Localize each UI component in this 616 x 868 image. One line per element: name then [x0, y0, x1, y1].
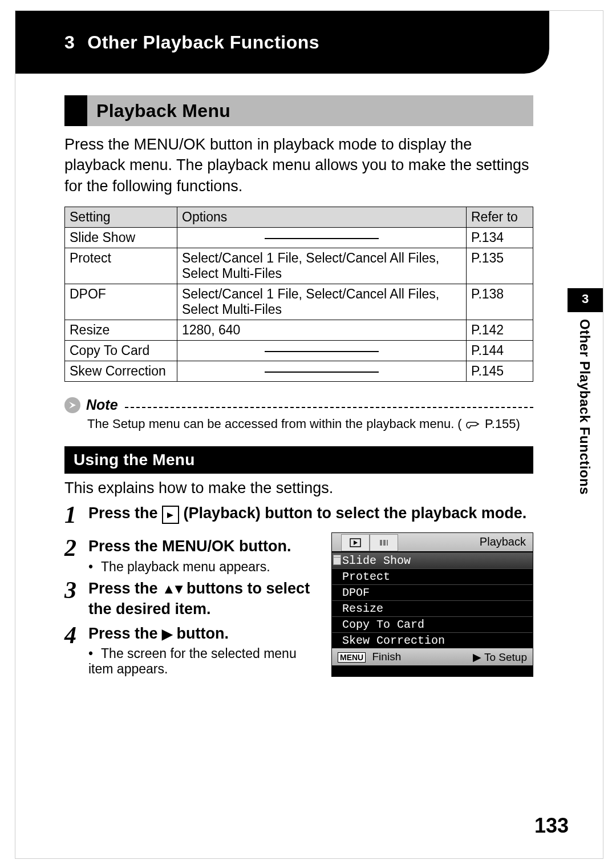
table-header-row: Setting Options Refer to	[65, 207, 533, 228]
note-body: The Setup menu can be accessed from with…	[87, 417, 533, 431]
cell-setting: Copy To Card	[65, 341, 177, 361]
chapter-header: 3 Other Playback Functions	[15, 11, 549, 74]
cell-options	[177, 361, 467, 382]
lcd-menu-item: DPOF	[332, 584, 533, 600]
lcd-item-label: Copy To Card	[342, 618, 424, 631]
step-number: 4	[64, 623, 88, 647]
note-text-pre: The Setup menu can be accessed from with…	[87, 417, 462, 431]
manual-page: 3 Other Playback Functions Playback Menu…	[15, 10, 603, 859]
lcd-item-label: Resize	[342, 602, 383, 615]
note-heading: Note	[64, 397, 533, 413]
step2-sub: The playback menu appears.	[101, 559, 270, 574]
lcd-title: Playback	[480, 535, 526, 548]
steps-and-lcd: 2 Press the MENU/OK button. • The playba…	[64, 532, 533, 677]
step4-sub: The screen for the selected menu item ap…	[88, 646, 297, 676]
lcd-menu-item: Resize	[332, 600, 533, 616]
steps-list: 1 Press the (Playback) button to select …	[64, 503, 533, 677]
chapter-number: 3	[64, 32, 75, 53]
step1-post: (Playback) button to select the playback…	[184, 504, 527, 522]
table-row: Slide Show P.134	[65, 228, 533, 248]
cell-setting: Slide Show	[65, 228, 177, 248]
step-sub: • The screen for the selected menu item …	[88, 646, 317, 677]
step-title: Press the ▶ button.	[88, 623, 317, 644]
side-tab-title: Other Playback Functions	[577, 312, 593, 495]
step-3: 3 Press the ▲▼ buttons to select the des…	[64, 578, 317, 620]
step-title: Press the ▲▼ buttons to select the desir…	[88, 578, 317, 620]
menu-badge-icon: MENU	[338, 652, 366, 663]
lcd-to-setup: ▶ To Setup	[473, 651, 527, 664]
cell-setting: Skew Correction	[65, 361, 177, 382]
lcd-finish-label: Finish	[372, 651, 402, 663]
th-setting: Setting	[65, 207, 177, 228]
step-title: Press the (Playback) button to select th…	[88, 503, 533, 524]
svg-rect-3	[380, 540, 382, 546]
right-arrow-icon: ▶	[473, 651, 484, 663]
cell-refer: P.144	[467, 341, 533, 361]
cell-options	[177, 341, 467, 361]
cell-options: Select/Cancel 1 File, Select/Cancel All …	[177, 284, 467, 320]
steps-left: 2 Press the MENU/OK button. • The playba…	[64, 532, 317, 677]
step-number: 1	[64, 503, 88, 527]
dash-icon	[265, 238, 379, 239]
content-area: Playback Menu Press the MENU/OK button i…	[64, 95, 533, 677]
svg-marker-2	[354, 540, 358, 545]
subsection-heading: Using the Menu	[64, 446, 533, 474]
step-1: 1 Press the (Playback) button to select …	[64, 503, 533, 527]
step4-pre: Press the	[88, 625, 162, 642]
lcd-menu-list: Slide Show Protect DPOF Resize Copy To C…	[332, 551, 533, 648]
table-row: Skew Correction P.145	[65, 361, 533, 382]
lcd-menu-item: Slide Show	[332, 552, 533, 568]
intro-text: Press the MENU/OK button in playback mod…	[64, 134, 533, 196]
settings-table: Setting Options Refer to Slide Show P.13…	[64, 207, 533, 382]
lcd-item-label: Skew Correction	[342, 634, 445, 647]
bullet-icon: •	[88, 646, 93, 661]
right-button-icon: ▶	[162, 626, 172, 641]
cell-refer: P.134	[467, 228, 533, 248]
cell-setting: Resize	[65, 320, 177, 341]
cell-options: 1280, 640	[177, 320, 467, 341]
section-title: Playback Menu	[96, 100, 230, 122]
step-number: 2	[64, 536, 88, 560]
cell-refer: P.138	[467, 284, 533, 320]
lcd-tab-bar: Playback	[332, 533, 533, 551]
lcd-menu-item: Copy To Card	[332, 616, 533, 632]
cell-options	[177, 228, 467, 248]
step-title: Press the MENU/OK button.	[88, 536, 317, 556]
note-block: Note The Setup menu can be accessed from…	[64, 397, 533, 431]
th-options: Options	[177, 207, 467, 228]
side-tab: 3 Other Playback Functions	[568, 288, 603, 585]
svg-rect-4	[383, 540, 386, 546]
dash-icon	[265, 351, 379, 352]
using-intro: This explains how to make the settings.	[64, 479, 533, 497]
note-text-ref: P.155)	[485, 417, 520, 431]
lcd-item-label: DPOF	[342, 586, 370, 599]
heading-block-icon	[64, 95, 87, 126]
th-refer: Refer to	[467, 207, 533, 228]
step3-pre: Press the	[88, 580, 162, 597]
lcd-finish: MENU Finish	[338, 651, 401, 663]
lcd-menu-item: Protect	[332, 568, 533, 584]
step-2: 2 Press the MENU/OK button. • The playba…	[64, 536, 317, 574]
lcd-item-label: Slide Show	[342, 554, 411, 567]
cell-setting: Protect	[65, 248, 177, 284]
dotted-rule-icon	[125, 407, 533, 408]
side-tab-number: 3	[568, 288, 603, 312]
cell-options: Select/Cancel 1 File, Select/Cancel All …	[177, 248, 467, 284]
step1-pre: Press the	[88, 504, 162, 522]
cell-refer: P.135	[467, 248, 533, 284]
cell-refer: P.142	[467, 320, 533, 341]
table-row: Copy To Card P.144	[65, 341, 533, 361]
lcd-tab-setup-icon	[370, 534, 398, 551]
lcd-setup-label: To Setup	[484, 651, 527, 663]
dash-icon	[265, 372, 379, 373]
lcd-bottom-bar: MENU Finish ▶ To Setup	[332, 648, 533, 665]
lcd-item-label: Protect	[342, 570, 390, 583]
step-sub: • The playback menu appears.	[88, 559, 317, 575]
svg-rect-5	[387, 540, 388, 546]
table-row: Resize 1280, 640 P.142	[65, 320, 533, 341]
note-icon	[64, 397, 80, 413]
step-4: 4 Press the ▶ button. • The screen for t…	[64, 623, 317, 677]
svg-marker-0	[167, 512, 173, 518]
step-number: 3	[64, 578, 88, 602]
table-row: DPOF Select/Cancel 1 File, Select/Cancel…	[65, 284, 533, 320]
